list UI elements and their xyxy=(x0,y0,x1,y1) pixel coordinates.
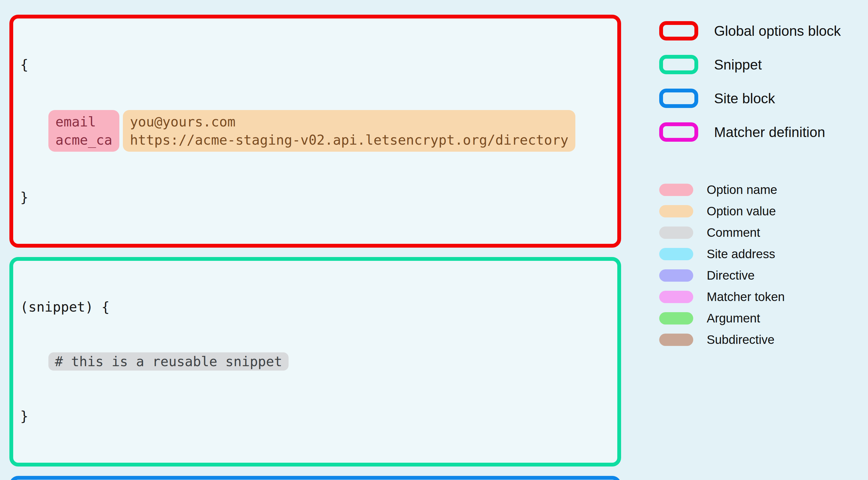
directive-swatch xyxy=(659,269,693,282)
legend-item-subdirective: Subdirective xyxy=(659,333,841,347)
legend-label: Snippet xyxy=(714,57,762,73)
legend-item-matcher-token: Matcher token xyxy=(659,290,841,304)
legend: Global options block Snippet Site block … xyxy=(659,21,841,347)
code-blocks-column: { email acme_ca you@yours.com https://ac… xyxy=(9,15,621,480)
legend-item-directive: Directive xyxy=(659,268,841,282)
option-name-email: email xyxy=(55,113,112,131)
legend-label: Comment xyxy=(707,226,760,240)
legend-label: Subdirective xyxy=(707,333,774,347)
close-brace: } xyxy=(20,188,28,206)
code-line: # this is a reusable snippet xyxy=(20,352,610,370)
legend-swatch-list: Option name Option value Comment Site ad… xyxy=(659,183,841,347)
matcher-token-swatch xyxy=(659,291,693,303)
legend-item-site-block: Site block xyxy=(659,89,841,108)
code-line: (snippet) { xyxy=(20,298,610,316)
global-options-block: { email acme_ca you@yours.com https://ac… xyxy=(9,15,621,248)
legend-item-site-address: Site address xyxy=(659,247,841,261)
global-options-outline-swatch xyxy=(659,21,698,40)
comment-swatch xyxy=(659,227,693,239)
legend-label: Argument xyxy=(707,311,760,325)
legend-label: Matcher token xyxy=(707,290,785,304)
option-value-email: you@yours.com xyxy=(130,113,568,131)
matcher-definition-outline-swatch xyxy=(659,122,698,142)
legend-item-comment: Comment xyxy=(659,226,841,240)
legend-item-matcher-definition: Matcher definition xyxy=(659,122,841,142)
option-name-acme-ca: acme_ca xyxy=(55,131,112,149)
option-name-swatch xyxy=(659,184,693,196)
legend-label: Site address xyxy=(707,247,775,261)
snippet-outline-swatch xyxy=(659,55,698,74)
argument-swatch xyxy=(659,312,693,325)
legend-label: Option name xyxy=(707,183,777,197)
site-address-swatch xyxy=(659,248,693,260)
caddyfile-structure-diagram: { email acme_ca you@yours.com https://ac… xyxy=(0,0,868,480)
open-brace: { xyxy=(20,56,28,73)
legend-item-option-value: Option value xyxy=(659,204,841,218)
legend-label: Directive xyxy=(707,268,754,282)
code-line: } xyxy=(20,188,610,206)
legend-item-argument: Argument xyxy=(659,311,841,325)
subdirective-swatch xyxy=(659,334,693,346)
code-line: email acme_ca you@yours.com https://acme… xyxy=(20,110,610,152)
legend-label: Option value xyxy=(707,204,776,218)
code-line: { xyxy=(20,56,610,73)
legend-outline-list: Global options block Snippet Site block … xyxy=(659,21,841,142)
close-brace: } xyxy=(20,407,28,425)
code-line: } xyxy=(20,407,610,425)
option-value-acme-ca: https://acme-staging-v02.api.letsencrypt… xyxy=(130,131,568,149)
option-value-swatch xyxy=(659,205,693,217)
legend-item-snippet: Snippet xyxy=(659,55,841,74)
token-option-value: you@yours.com https://acme-staging-v02.a… xyxy=(123,110,576,152)
token-option-name: email acme_ca xyxy=(49,110,119,152)
legend-label: Matcher definition xyxy=(714,124,825,140)
site-block-outline-swatch xyxy=(659,89,698,108)
snippet-block: (snippet) { # this is a reusable snippet… xyxy=(9,257,621,467)
legend-item-global-options: Global options block xyxy=(659,21,841,40)
site-block-example: example.com { @post { method POST } reve… xyxy=(9,476,621,480)
token-comment: # this is a reusable snippet xyxy=(49,352,288,370)
legend-label: Global options block xyxy=(714,23,841,39)
legend-label: Site block xyxy=(714,90,775,107)
snippet-header: (snippet) { xyxy=(20,298,110,316)
legend-item-option-name: Option name xyxy=(659,183,841,197)
